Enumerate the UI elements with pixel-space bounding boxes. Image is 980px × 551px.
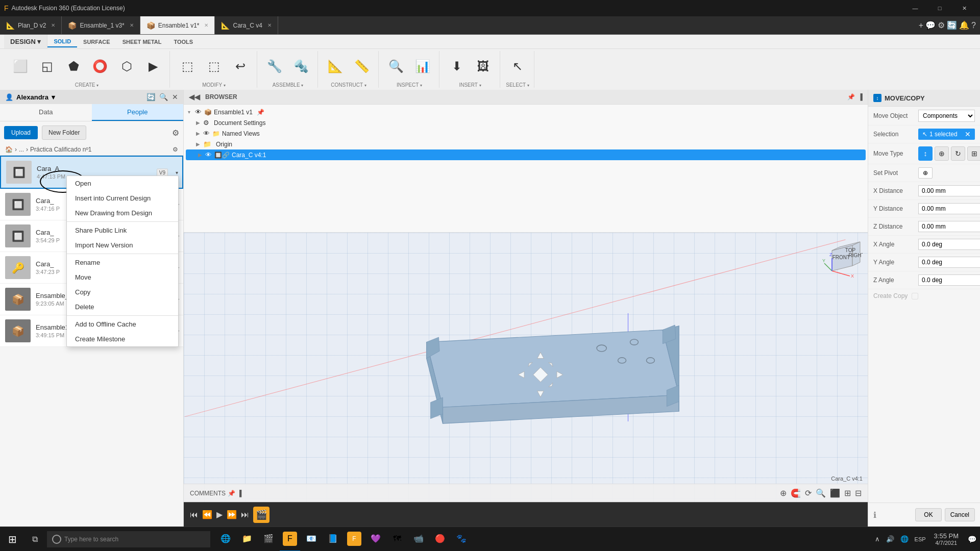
- ctx-rename[interactable]: Rename: [67, 255, 178, 270]
- tree-item-origin[interactable]: ▶ 📁 Origin: [184, 139, 868, 149]
- ctx-move[interactable]: Move: [67, 270, 178, 285]
- modify-btn-3[interactable]: ↩: [228, 53, 253, 80]
- pinned-app-fusion[interactable]: F: [280, 527, 300, 552]
- tree-item-named-views[interactable]: ▶ 👁 📁 Named Views: [184, 128, 868, 139]
- mt-btn-point[interactable]: ⊕: [935, 146, 949, 161]
- construct-btn-1[interactable]: 📐: [323, 53, 348, 80]
- pinned-app-maps[interactable]: 🗺: [387, 527, 407, 552]
- settings-gear-icon[interactable]: ⚙: [172, 128, 179, 138]
- pinned-app-misc[interactable]: 🐾: [451, 527, 472, 552]
- add-tab-button[interactable]: +: [919, 21, 923, 30]
- dropdown-arrow-cara-a[interactable]: ▾: [176, 169, 178, 175]
- timeline-camera-icon[interactable]: 🎬: [253, 507, 270, 523]
- insert-btn-2[interactable]: 🖼: [471, 53, 496, 80]
- ctx-delete[interactable]: Delete: [67, 299, 178, 314]
- pinned-app-mail[interactable]: 📧: [301, 527, 322, 552]
- selection-badge[interactable]: ↖ 1 selected ✕: [918, 129, 975, 140]
- mt-btn-free[interactable]: ↕: [918, 146, 933, 161]
- ctx-copy[interactable]: Copy: [67, 285, 178, 299]
- ctx-open[interactable]: Open: [67, 176, 178, 191]
- mc-ok-button[interactable]: OK: [915, 508, 941, 521]
- display-icon[interactable]: ⬛: [830, 488, 840, 498]
- ctx-share[interactable]: Share Public Link: [67, 223, 178, 238]
- select-btn-1[interactable]: ↖: [505, 53, 530, 80]
- hole-button[interactable]: ⭕: [88, 53, 112, 80]
- timeline-end-icon[interactable]: ⏭: [241, 510, 249, 519]
- pinned-app-word[interactable]: 📘: [323, 527, 343, 552]
- category-surface[interactable]: SURFACE: [77, 37, 116, 47]
- notification-icon[interactable]: 🔔: [959, 20, 969, 30]
- viewcube[interactable]: FRONT TOP RIGHT X Y Z: [822, 238, 863, 279]
- ctx-import[interactable]: Import New Version: [67, 238, 178, 253]
- mc-y-angle-input[interactable]: [918, 257, 980, 268]
- extrude-button[interactable]: ◱: [35, 53, 59, 80]
- more-create-button[interactable]: ▶: [141, 53, 165, 80]
- minimize-button[interactable]: —: [903, 0, 927, 16]
- ctx-add-offline[interactable]: Add to Offline Cache: [67, 317, 178, 332]
- insert-btn-1[interactable]: ⬇: [445, 53, 469, 80]
- tab-ensamble1-v1-close[interactable]: ✕: [204, 22, 208, 28]
- modify-group-label[interactable]: MODIFY ▾: [202, 82, 225, 88]
- breadcrumb-home[interactable]: 🏠: [5, 146, 13, 153]
- magnet-icon[interactable]: 🧲: [791, 488, 801, 498]
- design-dropdown[interactable]: DESIGN ▾: [4, 35, 47, 48]
- construct-group-label[interactable]: CONSTRUCT ▾: [331, 82, 366, 88]
- task-view-button[interactable]: ⧉: [24, 527, 45, 552]
- comments-label[interactable]: COMMENTS 📌 ▐: [190, 490, 242, 497]
- notification-button[interactable]: 💬: [964, 531, 980, 547]
- create-sketch-button[interactable]: ⬜: [8, 53, 33, 80]
- category-sheetmetal[interactable]: SHEET METAL: [116, 37, 168, 47]
- tab-ensamble1-v3[interactable]: 📦 Ensamble_1 v3* ✕: [62, 16, 140, 34]
- mc-move-object-select[interactable]: Components Bodies Faces: [918, 110, 975, 122]
- comments-pin-icon[interactable]: 📌: [228, 490, 235, 497]
- tree-expand-doc[interactable]: ▶: [196, 120, 203, 126]
- modify-btn-2[interactable]: ⬚: [202, 53, 226, 80]
- ctx-milestone[interactable]: Create Milestone: [67, 332, 178, 346]
- timeline-prev-icon[interactable]: ⏪: [202, 510, 212, 519]
- grid-icon[interactable]: ⊞: [844, 488, 851, 498]
- orbit-icon[interactable]: ⟳: [805, 488, 812, 498]
- tree-expand-ensamble1[interactable]: ▾: [188, 109, 195, 115]
- taskbar-search-bar[interactable]: Type here to search: [47, 531, 210, 547]
- tray-lang-badge[interactable]: ESP: [912, 536, 929, 542]
- refresh-icon[interactable]: 🔄: [146, 93, 155, 101]
- pinned-app-media[interactable]: 🎬: [258, 527, 279, 552]
- tab-ensamble1-v1[interactable]: 📦 Ensamble1 v1* ✕: [140, 16, 215, 34]
- tray-time[interactable]: 3:55 PM 4/7/2021: [929, 532, 964, 546]
- tree-expand-origin[interactable]: ▶: [196, 141, 203, 147]
- ctx-new-drawing[interactable]: New Drawing from Design: [67, 206, 178, 220]
- category-tools[interactable]: TOOLS: [167, 37, 199, 47]
- panel-tab-people[interactable]: People: [92, 104, 184, 121]
- timeline-start-icon[interactable]: ⏮: [190, 510, 198, 519]
- tab-plan-d[interactable]: 📐 Plan_D v2 ✕: [0, 16, 62, 34]
- select-group-label[interactable]: SELECT ▾: [506, 82, 529, 88]
- timeline-play-icon[interactable]: ▶: [216, 510, 223, 519]
- tree-item-cara-c[interactable]: ▶ 👁 🔲 🔗 Cara_C v4:1: [186, 149, 866, 160]
- tab-cara-c-v4[interactable]: 📐 Cara_C v4 ✕: [215, 16, 278, 34]
- create-group-label[interactable]: CREATE ▾: [75, 82, 99, 88]
- insert-group-label[interactable]: INSERT ▾: [459, 82, 481, 88]
- pinned-app-teams[interactable]: 💜: [365, 527, 386, 552]
- tray-network-icon[interactable]: 🌐: [897, 535, 912, 543]
- start-button[interactable]: ⊞: [0, 527, 24, 552]
- chat-icon[interactable]: 💬: [925, 20, 936, 30]
- revolve-button[interactable]: ⬟: [61, 53, 86, 80]
- upload-button[interactable]: Upload: [4, 126, 38, 139]
- mc-z-angle-input[interactable]: [918, 274, 980, 286]
- inspect-btn-1[interactable]: 🔍: [384, 53, 408, 80]
- assemble-group-label[interactable]: ASSEMBLE ▾: [273, 82, 304, 88]
- create-copy-checkbox[interactable]: [912, 293, 918, 299]
- comments-expand-icon[interactable]: ▐: [237, 490, 242, 497]
- mc-info-icon[interactable]: ℹ: [873, 510, 876, 520]
- inspect-group-label[interactable]: INSPECT ▾: [397, 82, 422, 88]
- assemble-btn-1[interactable]: 🔧: [262, 53, 287, 80]
- browser-expand-icon[interactable]: ▐: [858, 93, 863, 101]
- inspect-btn-2[interactable]: 📊: [410, 53, 435, 80]
- pinned-app-orange[interactable]: F: [344, 527, 364, 552]
- close-panel-icon[interactable]: ✕: [172, 93, 178, 101]
- tab-ensamble1-v3-close[interactable]: ✕: [130, 22, 134, 28]
- help-icon[interactable]: ?: [971, 21, 976, 30]
- new-folder-button[interactable]: New Folder: [42, 126, 86, 140]
- mc-y-distance-input[interactable]: [918, 203, 980, 214]
- settings-icon[interactable]: ⚙: [938, 20, 945, 30]
